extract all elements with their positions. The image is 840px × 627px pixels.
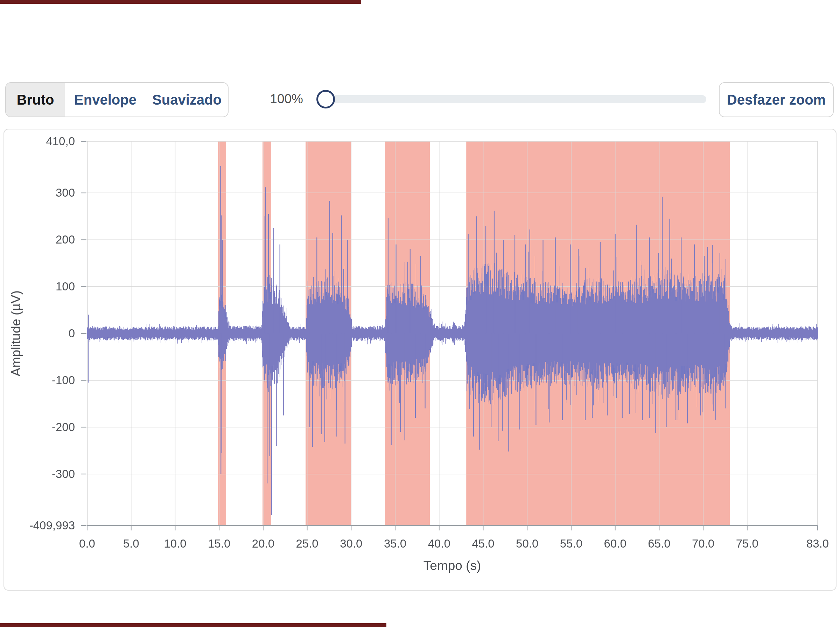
x-tick-label: 30.0: [340, 537, 362, 551]
y-tick-label: 100: [8, 280, 75, 293]
y-tick-label: -200: [8, 420, 75, 434]
x-tick-label: 55.0: [560, 537, 582, 551]
undo-zoom-button[interactable]: Desfazer zoom: [719, 82, 834, 117]
x-tick-label: 15.0: [208, 537, 230, 551]
x-tick-label: 40.0: [428, 537, 451, 551]
tab-bruto-label: Bruto: [17, 92, 54, 108]
x-tick-label: 60.0: [604, 537, 627, 551]
tab-bruto[interactable]: Bruto: [6, 83, 65, 117]
y-tick-label: 300: [8, 186, 75, 200]
x-tick-label: 20.0: [252, 537, 274, 551]
top-edge-strip: [0, 0, 361, 4]
emg-viewer-page: Bruto Envelope Suavizado 100% Desfazer z…: [0, 0, 840, 627]
y-tick-label: 0: [8, 326, 75, 340]
x-tick-label: 50.0: [516, 537, 538, 551]
toolbar: Bruto Envelope Suavizado 100% Desfazer z…: [0, 82, 840, 117]
tab-suavizado[interactable]: Suavizado: [146, 83, 228, 117]
x-tick-label: 83.0: [806, 537, 829, 551]
y-tick-label: -409,993: [8, 518, 75, 532]
zoom-slider-track[interactable]: [326, 95, 706, 103]
x-tick-label: 10.0: [164, 537, 186, 551]
tab-envelope[interactable]: Envelope: [65, 83, 146, 117]
x-tick-label: 65.0: [648, 537, 670, 551]
zoom-percentage-label: 100%: [259, 92, 303, 106]
x-tick-label: 45.0: [472, 537, 494, 551]
y-tick-label: 410,0: [8, 134, 75, 148]
y-tick-label: -300: [8, 467, 75, 481]
chart-card: Tempo (s) Amplitude (µV) 410,03002001000…: [3, 129, 837, 591]
y-tick-label: 200: [8, 233, 75, 247]
tab-suavizado-label: Suavizado: [152, 92, 222, 108]
y-tick-label: -100: [8, 373, 75, 388]
x-tick-label: 0.0: [79, 537, 95, 551]
tab-envelope-label: Envelope: [74, 92, 137, 108]
x-tick-label: 70.0: [692, 537, 714, 551]
bottom-edge-strip: [0, 623, 386, 627]
view-mode-tabs: Bruto Envelope Suavizado: [5, 82, 229, 117]
zoom-slider-handle[interactable]: [317, 90, 335, 109]
x-tick-label: 75.0: [736, 537, 758, 551]
x-tick-label: 35.0: [384, 537, 407, 551]
x-axis-title: Tempo (s): [424, 558, 481, 573]
emg-plot-canvas[interactable]: [4, 129, 837, 591]
x-tick-label: 25.0: [296, 537, 318, 551]
x-tick-label: 5.0: [123, 537, 139, 551]
